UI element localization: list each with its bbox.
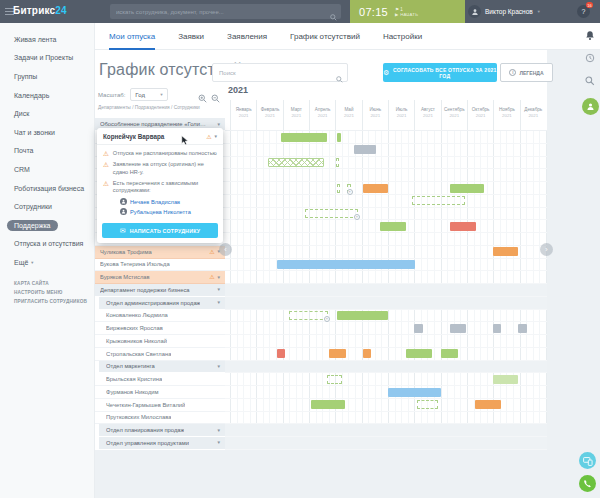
sidebar-footer-link[interactable]: КАРТА САЙТА [14, 281, 94, 286]
tree-row-department[interactable]: Отдел администрирования продаж▼ [99, 297, 225, 310]
vacation-bar-outline[interactable]: × [347, 184, 351, 193]
sidebar-item-календарь[interactable]: Календарь [0, 86, 94, 105]
tree-row-employee[interactable]: Букова Тетерина Изольда [95, 259, 225, 272]
devices-widget-button[interactable] [579, 452, 596, 469]
tree-row-employee[interactable]: Фурманов Никодим [95, 386, 225, 399]
message-employee-button[interactable]: ✉НАПИСАТЬ СОТРУДНИКУ [102, 223, 218, 238]
sidebar-item-живая-лента[interactable]: Живая лента [0, 30, 94, 49]
work-timer[interactable]: 07:15 ⚑ 1 ▶ НАЧАТЬ [350, 0, 465, 23]
vacation-bar-orange[interactable] [363, 349, 371, 358]
vacation-bar-outline[interactable] [417, 400, 438, 409]
phone-call-button[interactable] [579, 475, 596, 492]
vacation-bar-outline[interactable] [337, 184, 340, 193]
vacation-bar-outline[interactable]: × [305, 209, 358, 218]
vacation-bar-green[interactable] [380, 222, 406, 231]
employee-link[interactable]: Рубальцева Николетта [120, 208, 217, 215]
vacation-bar-gray[interactable] [518, 324, 527, 333]
sidebar-item-ещё[interactable]: Ещё▼ [0, 253, 94, 272]
tree-row-employee[interactable]: Стропальская Светлана [95, 348, 225, 361]
employee-link[interactable]: Нечаев Владислав [120, 198, 217, 205]
vacation-bar-blue[interactable] [388, 388, 441, 397]
vacation-bar-palegreen[interactable] [493, 375, 518, 384]
timeline-scroll-right-button[interactable]: › [540, 243, 553, 256]
global-search-input[interactable] [110, 4, 341, 19]
vacation-bar-outline[interactable] [336, 158, 339, 167]
tree-row-employee[interactable]: Коноваленко Людмила [95, 310, 225, 323]
tree-row-department[interactable]: Отдел маркетинга▼ [99, 361, 225, 374]
vacation-bar-green[interactable] [406, 349, 432, 358]
approve-all-vacations-button[interactable]: ⚙СОГЛАСОВАТЬ ВСЕ ОТПУСКА ЗА 2021 ГОД [383, 63, 497, 82]
vacation-bar-outline[interactable] [412, 196, 465, 205]
zoom-out-icon[interactable] [211, 89, 220, 107]
vacation-bar-orange[interactable] [329, 349, 346, 358]
vacation-bar-outline[interactable]: × [289, 311, 328, 320]
tree-row-employee[interactable]: Прутковских Милослава [95, 412, 225, 425]
vacation-bar-gray[interactable] [414, 324, 423, 333]
vacation-bar-green[interactable] [337, 311, 388, 320]
vacation-bar-blue[interactable] [277, 260, 415, 269]
tab-настройки[interactable]: Настройки [383, 23, 422, 50]
tab-заявки[interactable]: Заявки [178, 23, 204, 50]
sidebar-item-роботизация-бизнеса[interactable]: Роботизация бизнеса [0, 179, 94, 198]
user-menu[interactable]: Виктор Краснов ▼ [468, 0, 541, 23]
vacation-bar-red[interactable] [450, 222, 476, 231]
chevron-down-icon[interactable]: ▼ [217, 300, 221, 305]
notifications-bell-icon[interactable] [585, 29, 595, 41]
sidebar-item-почта[interactable]: Почта [0, 142, 94, 161]
sidebar-item-поддержка[interactable]: Поддержка [0, 216, 94, 235]
sidebar-footer-link[interactable]: ПРИГЛАСИТЬ СОТРУДНИКОВ [14, 299, 94, 304]
online-user-avatar[interactable] [582, 98, 599, 115]
breadcrumb: Департаменты / Подразделения / Сотрудник… [98, 105, 200, 110]
chevron-down-icon[interactable]: ▼ [217, 428, 221, 433]
sidebar-item-сотрудники[interactable]: Сотрудники [0, 197, 94, 216]
tree-row-employee[interactable]: Буряков Мстислав⚠▼ [95, 271, 225, 284]
vacation-bar-orange[interactable] [475, 400, 501, 409]
chevron-down-icon[interactable]: ▼ [214, 134, 218, 139]
legend-button[interactable]: iЛЕГЕНДА [500, 63, 553, 82]
vacation-bar-hatch[interactable] [268, 158, 324, 167]
sidebar-item-чат-и-звонки[interactable]: Чат и звонки [0, 123, 94, 142]
sidebar-item-задачи-и-проекты[interactable]: Задачи и Проекты [0, 49, 94, 68]
search-icon[interactable] [585, 75, 595, 87]
tree-row-employee[interactable]: Чуликова Трофима⚠▼ [95, 246, 225, 259]
vacation-bar-gray[interactable] [493, 324, 501, 333]
chevron-down-icon[interactable]: ▼ [217, 364, 221, 369]
schedule-search-input[interactable] [212, 63, 348, 82]
vacation-bar-orange[interactable] [493, 247, 518, 256]
chevron-down-icon[interactable]: ▼ [217, 275, 221, 280]
scale-select[interactable]: Год▼ [130, 88, 168, 101]
timer-start-button[interactable]: ▶ НАЧАТЬ [395, 12, 418, 17]
sidebar-item-отпуска-и-отсутствия[interactable]: Отпуска и отсутствия [0, 235, 94, 254]
timeline-scroll-left-button[interactable]: ‹ [219, 243, 232, 256]
vacation-bar-green[interactable] [337, 133, 341, 142]
timeline-month-header: Январь2021Февраль2021Март2021Апрель2021М… [225, 100, 547, 131]
vacation-bar-gray[interactable] [354, 145, 376, 154]
vacation-bar-green[interactable] [450, 184, 484, 193]
tree-row-employee[interactable]: Чечеткин-Гармышев Виталий [95, 399, 225, 412]
tree-row-department[interactable]: Департамент поддержки бизнеса▼ [95, 284, 225, 297]
sidebar-item-группы[interactable]: Группы [0, 67, 94, 86]
tree-row-employee[interactable]: Биржевских Ярослав [95, 322, 225, 335]
chevron-down-icon[interactable]: ▼ [217, 287, 221, 292]
sidebar-footer-link[interactable]: НАСТРОИТЬ МЕНЮ [14, 290, 94, 295]
vacation-bar-green[interactable] [281, 133, 327, 142]
chevron-down-icon[interactable]: ▼ [217, 440, 221, 445]
tree-row-employee[interactable]: Крыжовников Николай [95, 335, 225, 348]
vacation-bar-orange[interactable] [363, 184, 388, 193]
tab-заявления[interactable]: Заявления [227, 23, 267, 50]
vacation-bar-outline[interactable] [327, 375, 342, 384]
vacation-bar-green[interactable] [441, 349, 458, 358]
sidebar-item-crm[interactable]: CRM [0, 160, 94, 179]
vacation-bar-green[interactable] [311, 400, 345, 409]
vacation-bar-red[interactable] [277, 349, 285, 358]
tree-row-department[interactable]: Отдел управления продуктами▼ [99, 437, 225, 450]
tree-row-department[interactable]: Отдел планирования продаж▼ [99, 424, 225, 437]
sidebar-item-диск[interactable]: Диск [0, 104, 94, 123]
tab-график-отсутствий[interactable]: График отсутствий [290, 23, 360, 50]
bitrix24-logo[interactable]: Битрикс24 [13, 5, 67, 16]
tree-row-employee[interactable]: Брыльская Кристина [95, 373, 225, 386]
history-clock-icon[interactable] [585, 52, 595, 64]
chevron-down-icon[interactable]: ▼ [217, 122, 221, 127]
tab-мои-отпуска[interactable]: Мои отпуска [109, 23, 155, 50]
vacation-bar-gray[interactable] [450, 324, 466, 333]
